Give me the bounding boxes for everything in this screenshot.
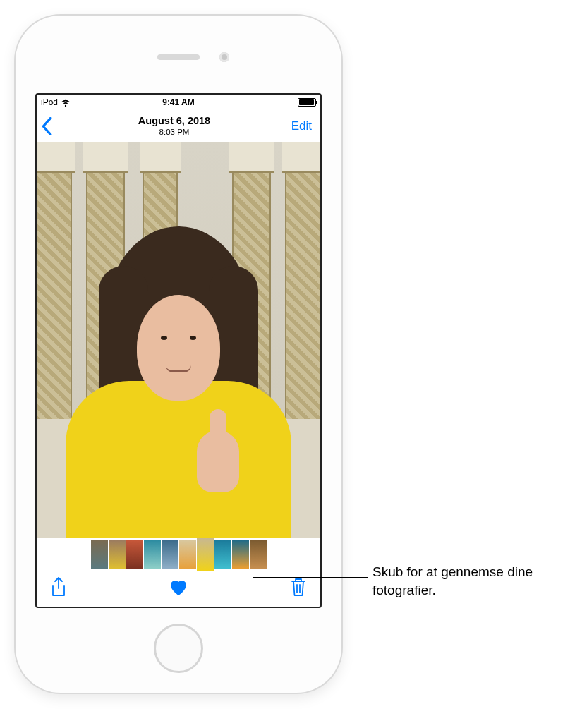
trash-icon	[289, 577, 308, 598]
battery-icon	[298, 98, 316, 107]
thumbnail[interactable]	[162, 540, 178, 569]
thumbnail[interactable]	[179, 540, 196, 569]
screen: iPod 9:41 AM August 6, 2018 8:03 PM Edit	[35, 93, 322, 608]
nav-title: August 6, 2018 8:03 PM	[72, 116, 277, 137]
back-button[interactable]	[41, 117, 72, 135]
thumbnail-selected[interactable]	[197, 538, 214, 571]
photo-subject	[66, 253, 291, 538]
status-time: 9:41 AM	[133, 97, 224, 107]
delete-button[interactable]	[289, 577, 308, 601]
favorite-button[interactable]	[169, 578, 188, 600]
carrier-label: iPod	[41, 97, 58, 107]
callout-leader-line	[253, 577, 368, 578]
wifi-icon	[61, 97, 71, 107]
nav-bar: August 6, 2018 8:03 PM Edit	[37, 110, 320, 142]
heart-icon	[169, 578, 188, 597]
thumbnail-strip[interactable]	[37, 538, 320, 571]
thumbnail[interactable]	[214, 540, 231, 569]
edit-button[interactable]: Edit	[277, 119, 316, 133]
device-speaker	[157, 54, 200, 60]
thumbnail[interactable]	[144, 540, 161, 569]
nav-date: August 6, 2018	[72, 116, 277, 127]
share-button[interactable]	[49, 577, 68, 601]
thumbnail[interactable]	[109, 540, 126, 569]
device-front-camera	[219, 52, 229, 62]
nav-time: 8:03 PM	[72, 128, 277, 137]
photo-viewer[interactable]	[37, 142, 320, 538]
thumbnail[interactable]	[250, 540, 267, 569]
thumbnail[interactable]	[232, 540, 249, 569]
share-icon	[49, 577, 68, 598]
home-button[interactable]	[154, 624, 203, 673]
callout-text: Skub for at gennemse dine fotografier.	[372, 563, 570, 599]
thumbnail[interactable]	[91, 540, 108, 569]
thumbnail[interactable]	[126, 540, 143, 569]
device-frame: iPod 9:41 AM August 6, 2018 8:03 PM Edit	[16, 16, 341, 693]
status-bar: iPod 9:41 AM	[37, 95, 320, 110]
